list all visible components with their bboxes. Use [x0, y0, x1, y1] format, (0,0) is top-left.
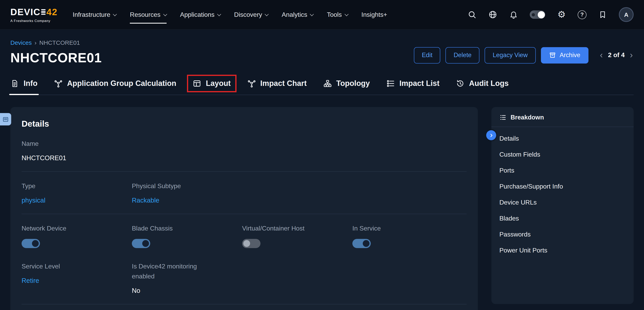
network-device-toggle[interactable]: [22, 239, 40, 248]
tab-impact-chart[interactable]: Impact Chart: [247, 79, 306, 88]
field-blade-chassis: Blade Chassis: [132, 224, 242, 248]
edit-button[interactable]: Edit: [414, 47, 440, 63]
tab-layout[interactable]: Layout: [192, 79, 231, 88]
chevron-down-icon: [265, 12, 269, 16]
service-row: Service Level Retire Is Device42 monitor…: [22, 262, 466, 294]
logo-text-suffix: 42: [46, 6, 58, 18]
virtual-container-host-toggle[interactable]: [242, 239, 260, 248]
page-title: NHCTCORE01: [10, 50, 102, 66]
type-link[interactable]: physical: [22, 196, 132, 204]
nav-item-discovery[interactable]: Discovery: [234, 8, 268, 22]
in-service-toggle[interactable]: [352, 239, 371, 248]
breadcrumb-separator: ›: [34, 39, 36, 46]
nav-item-applications[interactable]: Applications: [180, 8, 220, 22]
layout-icon: [192, 79, 201, 88]
chevron-down-icon: [344, 12, 348, 16]
logo-wordmark: DEVIC 42: [10, 6, 58, 18]
field-network-device: Network Device: [22, 224, 132, 248]
breakdown-item-passwords[interactable]: Passwords: [492, 226, 634, 242]
search-icon[interactable]: [468, 10, 476, 19]
field-service-level: Service Level Retire: [22, 262, 132, 294]
molecule-icon: [247, 79, 256, 88]
breadcrumb-devices-link[interactable]: Devices: [10, 39, 32, 46]
blade-chassis-toggle[interactable]: [132, 239, 150, 248]
field-value-name: NHCTCORE01: [22, 154, 466, 162]
collapse-panel-button[interactable]: [486, 130, 496, 140]
toggles-row: Network Device Blade Chassis Virtual/Con…: [22, 224, 466, 248]
next-record-icon[interactable]: ›: [629, 51, 634, 60]
service-level-link[interactable]: Retire: [22, 277, 132, 284]
content-area: Details Name NHCTCORE01 Type physical Ph…: [0, 107, 644, 310]
top-navbar: DEVIC 42 A Freshworks Company Infrastruc…: [0, 0, 644, 30]
chevron-right-icon: [488, 132, 494, 138]
divider: [22, 172, 466, 172]
divider: [22, 304, 466, 304]
logo-tagline: A Freshworks Company: [10, 18, 58, 22]
nav-item-infrastructure[interactable]: Infrastructure: [73, 8, 116, 22]
tab-topology[interactable]: Topology: [323, 79, 370, 88]
prev-record-icon[interactable]: ‹: [599, 51, 604, 60]
user-avatar[interactable]: A: [619, 7, 634, 22]
settings-gear-icon[interactable]: ⚙: [557, 10, 566, 19]
details-heading: Details: [22, 107, 466, 129]
panel-list-icon: [2, 116, 9, 122]
logo-e-bars-icon: [41, 9, 46, 15]
logo-text-prefix: DEVIC: [10, 6, 40, 18]
breakdown-item-device-urls[interactable]: Device URLs: [492, 194, 634, 210]
field-virtual-container-host: Virtual/Container Host: [242, 224, 352, 248]
help-icon[interactable]: ?: [578, 10, 586, 19]
record-pager: ‹ 2 of 4 ›: [599, 51, 634, 60]
breadcrumb-current: NHCTCORE01: [39, 39, 80, 46]
breakdown-item-purchase-support-info[interactable]: Purchase/Support Info: [492, 178, 634, 194]
archive-button[interactable]: Archive: [541, 47, 588, 63]
tab-info[interactable]: Info: [10, 79, 38, 88]
divider: [22, 214, 466, 214]
breakdown-item-blades[interactable]: Blades: [492, 210, 634, 226]
nav-item-tools[interactable]: Tools: [327, 8, 348, 22]
page-actions: Edit Delete Legacy View Archive ‹ 2 of 4…: [414, 47, 634, 63]
breakdown-list: Details Custom Fields Ports Purchase/Sup…: [492, 127, 634, 262]
tab-audit-logs[interactable]: Audit Logs: [456, 79, 508, 88]
archive-icon: [549, 52, 556, 59]
nav-item-resources[interactable]: Resources: [130, 8, 166, 22]
tab-impact-list[interactable]: Impact List: [386, 79, 440, 88]
field-monitoring-enabled: Is Device42 monitoring enabled No: [132, 262, 242, 294]
field-in-service: In Service: [352, 224, 463, 248]
monitoring-value: No: [132, 287, 242, 294]
list-icon: [386, 79, 395, 88]
notifications-bell-icon[interactable]: [509, 10, 518, 19]
bookmark-icon[interactable]: [598, 10, 607, 19]
tab-application-group-calculation[interactable]: Application Group Calculation: [54, 79, 176, 88]
navbar-actions: ⚙ ? A: [468, 7, 634, 22]
device42-logo[interactable]: DEVIC 42 A Freshworks Company: [10, 6, 58, 22]
molecule-icon: [54, 79, 63, 88]
breakdown-header: Breakdown: [492, 107, 634, 127]
nav-item-analytics[interactable]: Analytics: [282, 8, 313, 22]
document-icon: [10, 79, 19, 88]
chevron-down-icon: [113, 12, 117, 16]
legacy-view-button[interactable]: Legacy View: [485, 47, 536, 63]
breakdown-panel: Breakdown Details Custom Fields Ports Pu…: [492, 107, 634, 304]
left-panel-expander[interactable]: [0, 113, 11, 126]
topology-icon: [323, 79, 332, 88]
chevron-down-icon: [163, 12, 167, 16]
theme-toggle[interactable]: [530, 10, 545, 19]
breakdown-item-custom-fields[interactable]: Custom Fields: [492, 146, 634, 162]
breakdown-item-details[interactable]: Details: [492, 131, 634, 146]
history-icon: [456, 79, 464, 88]
pager-position: 2 of 4: [608, 52, 625, 59]
nav-item-insights[interactable]: Insights+: [361, 8, 387, 22]
field-name: Name NHCTCORE01: [22, 139, 466, 162]
main-nav: Infrastructure Resources Applications Di…: [73, 8, 387, 22]
breakdown-list-icon: [500, 114, 506, 121]
breadcrumb: Devices › NHCTCORE01: [10, 39, 102, 46]
physical-subtype-link[interactable]: Rackable: [132, 196, 242, 204]
breakdown-item-power-unit-ports[interactable]: Power Unit Ports: [492, 242, 634, 258]
breakdown-item-ports[interactable]: Ports: [492, 162, 634, 178]
globe-icon[interactable]: [488, 10, 498, 19]
page-header: Devices › NHCTCORE01 NHCTCORE01 Edit Del…: [0, 39, 644, 66]
chevron-down-icon: [217, 12, 221, 16]
delete-button[interactable]: Delete: [446, 47, 480, 63]
app-root: DEVIC 42 A Freshworks Company Infrastruc…: [0, 0, 644, 310]
type-row: Type physical Physical Subtype Rackable: [22, 181, 466, 204]
